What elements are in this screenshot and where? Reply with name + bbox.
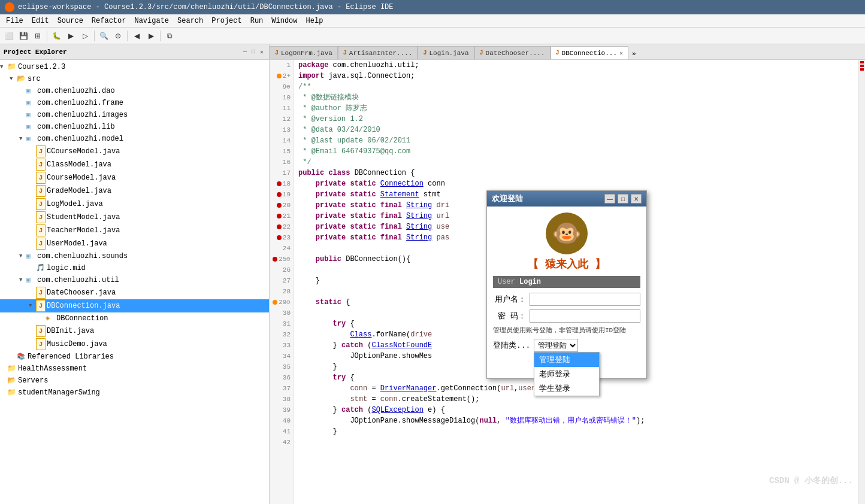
project-icon: 📁 [7,363,17,374]
tab-close-dbconnection[interactable]: ✕ [619,50,623,57]
tree-item-dao[interactable]: ▣com.chenluozhi.dao [0,85,269,97]
code-line-41[interactable]: } [298,426,853,437]
tree-item-dbconnclass[interactable]: ◈DBConnection [0,312,269,324]
tab-dbconnection[interactable]: J DBConnectio... ✕ [551,46,628,59]
expand-arrow[interactable]: ▼ [10,74,17,84]
code-line-11[interactable]: * @author 陈罗志 [298,103,853,114]
toolbar-search[interactable]: 🔍 [97,29,110,42]
explorer-minimize[interactable]: — [241,48,249,56]
code-line-14[interactable]: * @last update 06/02/2011 [298,135,853,146]
tree-item-health[interactable]: 📁HealthAssessment [0,363,269,375]
line-marker-error [277,192,282,197]
dropdown-option-admin[interactable]: 管理登陆 [534,353,599,367]
toolbar-new[interactable]: ⬜ [2,29,16,42]
tree-item-reflibs[interactable]: 📚Referenced Libraries [0,351,269,363]
tree-item-teacher[interactable]: JTeacherModel.java [0,224,269,237]
code-line-12[interactable]: * @version 1.2 [298,114,853,125]
tree-item-dbconn[interactable]: ▼JDBConnection.java [0,299,269,312]
line-number-text: 21 [283,211,291,221]
dialog-tab-user[interactable]: User [498,278,515,286]
menu-window[interactable]: Window [268,16,301,26]
code-line-1[interactable]: package com.chenluozhi.util; [298,60,853,71]
dialog-minimize[interactable]: — [604,194,615,204]
tree-item-src[interactable]: ▼📂src [0,73,269,85]
tree-item-sounds[interactable]: ▼▣com.chenluozhi.sounds [0,250,269,262]
tree-item-dbinit[interactable]: JDBInit.java [0,324,269,338]
tab-label-login: Login.java [430,50,469,57]
tree-item-student2[interactable]: 📁studentManagerSwing [0,387,269,399]
code-line-9[interactable]: /** [298,81,853,92]
tree-item-music[interactable]: JMusicDemo.java [0,338,269,351]
tree-item-lib[interactable]: ▣com.chenluozhi.lib [0,121,269,133]
tree-item-course[interactable]: JCourseModel.java [0,171,269,184]
toolbar-prev[interactable]: ◀ [130,29,143,42]
toolbar-save[interactable]: 💾 [17,29,30,42]
tree-item-user[interactable]: JUserModel.java [0,237,269,250]
toolbar-next[interactable]: ▶ [144,29,158,42]
login-type-select[interactable]: 管理登陆 老师登录 学生登录 [534,339,578,352]
explorer-maximize[interactable]: □ [250,48,257,56]
code-line-15[interactable]: * @Email 646749375@qq.com [298,146,853,157]
tree-item-util[interactable]: ▼▣com.chenluozhi.util [0,274,269,286]
dialog-restore[interactable]: □ [618,194,628,204]
menu-source[interactable]: Source [54,16,87,26]
code-token: ); [636,417,645,425]
code-line-42[interactable] [298,437,853,448]
line-num-25: 25⊖ [272,254,291,265]
explorer-close[interactable]: ✕ [258,48,265,56]
tree-item-datechooser[interactable]: JDateChooser.java [0,286,269,299]
expand-arrow[interactable]: ▼ [0,62,7,72]
tree-item-frame[interactable]: ▣com.chenluozhi.frame [0,97,269,109]
tree-item-class[interactable]: JClassModel.java [0,158,269,171]
code-line-18[interactable]: private static Connection conn [298,178,853,189]
code-line-16[interactable]: */ [298,157,853,168]
tab-more[interactable]: » [628,48,640,59]
code-line-13[interactable]: * @data 03/24/2010 [298,125,853,135]
tree-item-grade[interactable]: JGradeModel.java [0,184,269,198]
toolbar-save-all[interactable]: ⊞ [31,29,44,42]
tab-artisan[interactable]: J ArtisanInter.... [338,46,418,59]
tree-item-logic[interactable]: 🎵logic.mid [0,262,269,274]
menu-run[interactable]: Run [247,16,267,26]
tree-item-course123[interactable]: ▼📁Course1.2.3 [0,61,269,73]
toolbar-run-last[interactable]: ▷ [78,29,92,42]
expand-arrow[interactable]: ▼ [19,133,26,144]
menu-help[interactable]: Help [303,16,327,26]
password-input[interactable] [530,309,640,323]
menu-navigate[interactable]: Navigate [131,16,173,26]
dialog-tab-login[interactable]: Login [519,278,541,286]
code-line-10[interactable]: * @数据链接模块 [298,92,853,103]
tab-login[interactable]: J Login.java [418,46,474,59]
tab-logonfrm[interactable]: J LogOnFrm.java [270,46,338,59]
code-line-40[interactable]: JOptionPane.showMessageDialog(null, "数据库… [298,415,853,426]
tree-item-servers[interactable]: 📂Servers [0,375,269,387]
tree-item-model[interactable]: ▼▣com.chenluozhi.model [0,133,269,145]
tree-item-ccourse[interactable]: JCCourseModel.java [0,145,269,158]
menu-file[interactable]: File [2,16,27,26]
code-line-2[interactable]: import java.sql.Connection; [298,71,853,81]
toolbar-run[interactable]: ▶ [64,29,77,42]
tree-item-student[interactable]: JStudentModel.java [0,211,269,224]
dropdown-option-teacher[interactable]: 老师登录 [534,367,599,381]
expand-arrow[interactable]: ▼ [19,251,26,262]
menu-refactor[interactable]: Refactor [88,16,130,26]
code-line-17[interactable]: public class DBConnection { [298,168,853,178]
tab-datechooser[interactable]: J DateChooser.... [474,46,551,59]
toolbar-debug[interactable]: 🐛 [50,29,63,42]
expand-arrow[interactable]: ▼ [19,275,26,286]
line-marker [277,311,282,315]
line-marker [277,246,282,251]
menu-edit[interactable]: Edit [28,16,53,26]
dialog-close[interactable]: ✕ [631,194,642,204]
menu-search[interactable]: Search [174,16,207,26]
tree-item-log[interactable]: JLogModel.java [0,198,269,211]
toolbar-perspective[interactable]: ⧉ [163,29,176,42]
tree-item-images[interactable]: ▣com.chenluozhi.images [0,109,269,121]
username-input[interactable] [530,293,640,306]
scrollbar-right[interactable] [858,60,865,504]
dropdown-option-student[interactable]: 学生登录 [534,381,599,396]
expand-arrow[interactable]: ▼ [29,300,36,311]
menu-project[interactable]: Project [208,16,245,26]
toolbar-open-type[interactable]: ⊙ [111,29,125,42]
code-line-39[interactable]: } catch (SQLException e) { [298,405,853,415]
